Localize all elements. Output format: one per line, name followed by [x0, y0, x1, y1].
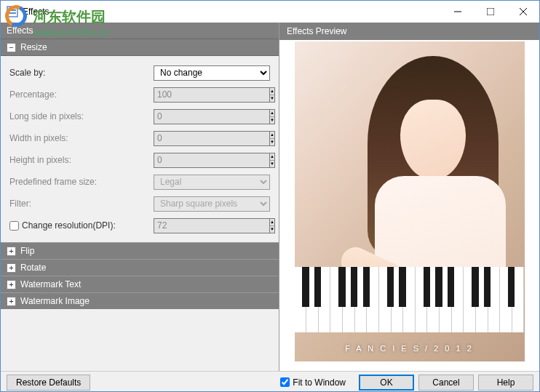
- svg-rect-2: [9, 12, 16, 14]
- ok-button[interactable]: OK: [359, 375, 414, 391]
- predefined-select: Legal: [154, 175, 270, 190]
- titlebar: Effects: [1, 1, 539, 23]
- resize-section-header[interactable]: − Resize: [1, 39, 279, 56]
- filter-select: Sharp square pixels: [154, 196, 270, 212]
- effects-header: Effects: [1, 23, 279, 39]
- spin-up-icon: ▲: [270, 219, 274, 226]
- maximize-button[interactable]: [474, 1, 507, 23]
- help-button[interactable]: Help: [478, 375, 533, 391]
- expand-icon: +: [7, 280, 16, 289]
- spin-down-icon: ▼: [270, 226, 274, 233]
- scale-by-label: Scale by:: [9, 68, 154, 78]
- height-label: Height in pixels:: [9, 155, 154, 165]
- spin-up-icon: ▲: [270, 132, 274, 139]
- svg-rect-4: [487, 8, 494, 15]
- preview-caption: F A N C I E S / 2 0 1 2: [295, 344, 525, 353]
- spin-down-icon: ▼: [270, 117, 274, 124]
- effects-panel: Effects − Resize Scale by: No change Per…: [1, 23, 279, 371]
- long-side-input: [154, 109, 269, 124]
- spin-down-icon: ▼: [270, 139, 274, 145]
- window-title: Effects: [23, 7, 441, 17]
- resolution-input: [154, 218, 269, 233]
- fit-to-window-checkbox[interactable]: [280, 377, 290, 387]
- percentage-label: Percentage:: [9, 89, 154, 100]
- predefined-label: Predefined frame size:: [9, 177, 154, 187]
- resolution-label: Change resolution(DPI):: [9, 220, 154, 231]
- watermark-text-section-header[interactable]: + Watermark Text: [1, 276, 279, 292]
- resolution-checkbox[interactable]: [9, 221, 19, 231]
- filter-label: Filter:: [9, 199, 154, 209]
- expand-icon: +: [7, 263, 16, 273]
- rotate-section-header[interactable]: + Rotate: [1, 259, 279, 276]
- spin-up-icon: ▲: [270, 110, 274, 117]
- close-button[interactable]: [507, 1, 539, 23]
- long-side-label: Long side in pixels:: [9, 111, 154, 121]
- scale-by-select[interactable]: No change: [154, 65, 270, 81]
- preview-image: F A N C I E S / 2 0 1 2: [295, 41, 525, 361]
- spin-up-icon: ▲: [270, 88, 274, 95]
- app-icon: [7, 6, 18, 17]
- expand-icon: +: [7, 297, 16, 306]
- flip-section-header[interactable]: + Flip: [1, 242, 279, 259]
- spin-down-icon: ▼: [270, 95, 274, 102]
- preview-area: F A N C I E S / 2 0 1 2: [279, 40, 539, 371]
- spin-down-icon: ▼: [270, 161, 274, 167]
- svg-rect-1: [9, 9, 16, 11]
- width-input: [154, 131, 269, 146]
- width-label: Width in pixels:: [9, 133, 154, 143]
- bottom-bar: Restore Defaults Fit to Window OK Cancel…: [1, 371, 539, 392]
- cancel-button[interactable]: Cancel: [418, 375, 474, 391]
- spin-up-icon: ▲: [270, 153, 274, 161]
- fit-to-window-label[interactable]: Fit to Window: [280, 377, 346, 388]
- svg-rect-0: [7, 7, 17, 17]
- preview-header: Effects Preview: [279, 23, 539, 40]
- height-input: [154, 153, 269, 168]
- restore-defaults-button[interactable]: Restore Defaults: [7, 375, 90, 391]
- minimize-button[interactable]: [441, 1, 474, 23]
- collapse-icon: −: [7, 43, 16, 52]
- watermark-image-section-header[interactable]: + Watermark Image: [1, 292, 279, 309]
- expand-icon: +: [7, 247, 16, 256]
- percentage-input: [154, 87, 269, 103]
